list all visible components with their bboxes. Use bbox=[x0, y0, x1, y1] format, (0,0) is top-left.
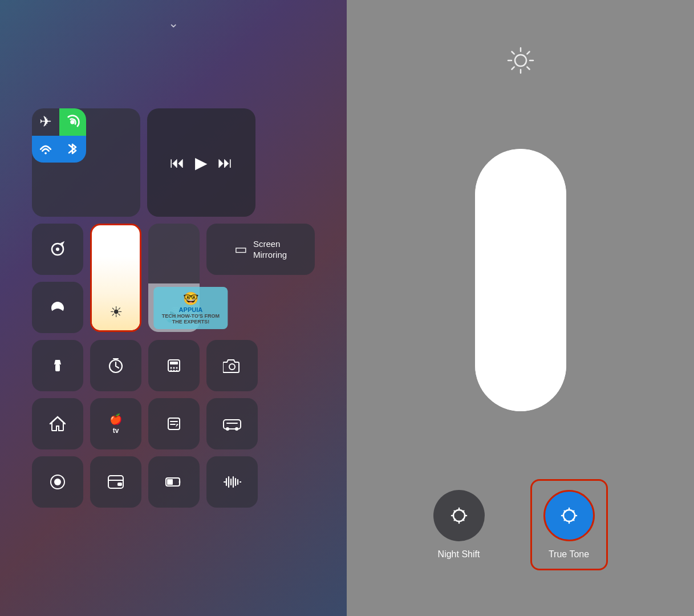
notes-button[interactable] bbox=[148, 398, 200, 449]
orientation-lock-button[interactable] bbox=[32, 224, 83, 275]
brightness-sun-icon bbox=[506, 46, 535, 81]
screen-mirror-icon: ▭ bbox=[234, 241, 247, 257]
svg-line-30 bbox=[512, 52, 514, 54]
calculator-button[interactable] bbox=[148, 340, 200, 391]
media-controls: ⏮ ▶ ⏭ bbox=[170, 153, 233, 172]
svg-point-14 bbox=[229, 364, 235, 370]
svg-rect-22 bbox=[117, 483, 122, 486]
left-panel: ⌄ ✈ bbox=[0, 0, 347, 616]
svg-point-12 bbox=[173, 370, 175, 372]
chevron-down-icon[interactable]: ⌄ bbox=[168, 16, 178, 31]
svg-point-10 bbox=[176, 367, 178, 369]
svg-point-0 bbox=[71, 120, 75, 124]
do-not-disturb-button[interactable] bbox=[32, 282, 83, 333]
media-player-tile[interactable]: ⏮ ▶ ⏭ bbox=[147, 108, 255, 217]
brightness-slider[interactable]: ☀ bbox=[90, 224, 141, 332]
true-tone-wrapper[interactable]: True Tone bbox=[530, 479, 608, 570]
timer-button[interactable] bbox=[90, 340, 141, 391]
svg-point-18 bbox=[235, 427, 238, 431]
next-button[interactable]: ⏭ bbox=[218, 154, 233, 172]
night-shift-circle bbox=[433, 490, 485, 541]
brightness-slider-large[interactable] bbox=[475, 149, 566, 411]
play-button[interactable]: ▶ bbox=[195, 153, 208, 172]
screen-mirror-label: ScreenMirroring bbox=[253, 238, 287, 261]
svg-rect-21 bbox=[108, 476, 123, 488]
hotspot-button[interactable] bbox=[59, 108, 87, 136]
svg-point-13 bbox=[176, 370, 178, 372]
svg-rect-24 bbox=[167, 479, 173, 485]
control-center-grid: ✈ bbox=[21, 97, 326, 519]
screen-record-button[interactable] bbox=[32, 456, 83, 508]
true-tone-label: True Tone bbox=[549, 549, 589, 560]
svg-line-31 bbox=[527, 67, 529, 69]
flashlight-button[interactable] bbox=[32, 340, 83, 391]
network-group[interactable]: ✈ bbox=[32, 108, 140, 217]
svg-point-25 bbox=[515, 55, 526, 66]
svg-point-17 bbox=[226, 427, 229, 431]
camera-button[interactable] bbox=[206, 340, 258, 391]
apple-tv-button[interactable]: 🍎 tv bbox=[90, 398, 141, 449]
svg-point-20 bbox=[54, 479, 61, 485]
svg-point-1 bbox=[44, 152, 47, 155]
svg-point-11 bbox=[171, 370, 172, 372]
airplane-mode-button[interactable]: ✈ bbox=[32, 108, 59, 136]
svg-rect-16 bbox=[224, 420, 241, 429]
svg-rect-4 bbox=[55, 364, 60, 371]
svg-point-9 bbox=[173, 367, 175, 369]
true-tone-circle bbox=[543, 490, 595, 541]
row-1: ✈ bbox=[32, 108, 315, 217]
right-panel: Night Shift True Tone bbox=[347, 0, 694, 616]
svg-line-33 bbox=[512, 67, 514, 69]
svg-rect-7 bbox=[170, 362, 178, 364]
prev-button[interactable]: ⏮ bbox=[170, 154, 185, 172]
svg-line-32 bbox=[527, 52, 529, 54]
volume-icon: 🔊 bbox=[165, 307, 182, 323]
screen-mirroring-button[interactable]: ▭ ScreenMirroring bbox=[206, 224, 315, 275]
volume-slider[interactable]: 🔊 bbox=[148, 224, 200, 332]
brightness-icon: ☀ bbox=[109, 303, 123, 321]
wallet-button[interactable] bbox=[90, 456, 141, 508]
audio-waveform-button[interactable] bbox=[206, 456, 258, 508]
row-4: 🍎 tv bbox=[32, 398, 315, 449]
battery-button[interactable] bbox=[148, 456, 200, 508]
svg-point-3 bbox=[56, 248, 59, 251]
bluetooth-button[interactable] bbox=[59, 136, 87, 163]
night-shift-button[interactable]: Night Shift bbox=[433, 490, 485, 560]
night-shift-label: Night Shift bbox=[438, 549, 480, 560]
carplay-button[interactable] bbox=[206, 398, 258, 449]
home-button[interactable] bbox=[32, 398, 83, 449]
row-5 bbox=[32, 456, 315, 508]
row-2: ☀ 🔊 ▭ ScreenMirroring bbox=[32, 224, 315, 333]
row-3 bbox=[32, 340, 315, 391]
svg-point-8 bbox=[171, 367, 172, 369]
wifi-button[interactable] bbox=[32, 136, 59, 163]
brightness-slider-fill bbox=[475, 149, 566, 411]
bottom-buttons: Night Shift True Tone bbox=[433, 479, 608, 570]
